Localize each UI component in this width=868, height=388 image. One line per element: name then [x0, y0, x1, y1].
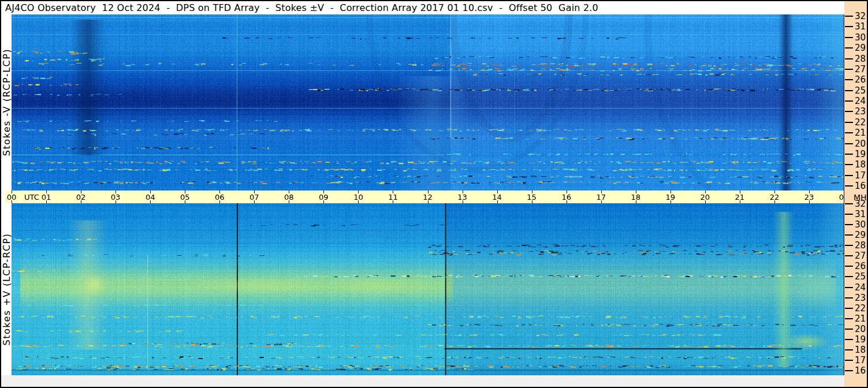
time-axis: UTC 000102030405060708091011121314151617… [5, 191, 844, 203]
freq-tick-label: 25 [855, 271, 866, 282]
freq-tick [845, 164, 853, 165]
hour-tick-label: 11 [388, 193, 398, 202]
freq-tick [845, 175, 853, 176]
freq-tick [845, 370, 853, 371]
spectrograph-window: AJ4CO Observatory 12 Oct 2024 - DPS on T… [0, 0, 868, 388]
freq-tick [845, 203, 853, 204]
freq-tick [845, 360, 853, 361]
hour-tick-label: 17 [596, 193, 606, 202]
hour-tick-label: 07 [249, 193, 259, 202]
hour-tick-label: 23 [804, 193, 814, 202]
freq-tick [845, 234, 853, 236]
freq-tick-label: 27 [855, 64, 866, 74]
freq-tick-label: 18 [855, 159, 866, 170]
hour-tick-label: 04 [146, 193, 155, 202]
hour-tick-label: 10 [353, 193, 363, 202]
freq-tick-label: 28 [855, 54, 866, 64]
hour-tick-label: 16 [561, 193, 571, 202]
freq-tick-label: 30 [855, 219, 866, 230]
hour-tick-label: 18 [631, 193, 640, 202]
freq-tick-label: 24 [855, 96, 866, 106]
freq-tick [845, 58, 853, 59]
freq-tick [845, 308, 853, 309]
freq-tick-label: 26 [855, 74, 866, 85]
freq-tick [845, 329, 853, 330]
hour-tick-label: 13 [457, 193, 467, 202]
hour-tick-label: 05 [180, 193, 190, 202]
hour-tick-label: 21 [735, 193, 745, 202]
freq-tick [845, 143, 853, 144]
freq-tick-label: 31 [855, 209, 866, 219]
freq-tick-label: 16 [855, 181, 866, 191]
hour-tick-label: 20 [701, 193, 710, 202]
freq-tick [845, 276, 853, 277]
freq-tick [845, 297, 853, 299]
freq-tick-label: 20 [855, 139, 866, 149]
freq-tick [845, 90, 853, 91]
freq-tick [845, 79, 853, 80]
hour-tick-label: 15 [527, 193, 537, 202]
freq-tick-label: 31 [855, 21, 866, 32]
freq-tick-label: 19 [855, 149, 866, 159]
bottom-margin [1, 375, 844, 387]
freq-tick [845, 26, 853, 27]
stokes-minus-v-spectrogram [12, 14, 844, 191]
freq-tick [845, 287, 853, 288]
bottom-panel-label: Stokes +V (LCP-RCP) [1, 233, 12, 346]
freq-tick-label: 19 [855, 334, 866, 345]
stokes-plus-v-spectrogram [12, 203, 844, 375]
freq-tick-label: 18 [855, 345, 866, 355]
freq-tick-label: 22 [855, 303, 866, 314]
freq-tick [845, 37, 853, 38]
freq-tick [845, 69, 853, 70]
hour-tick-label: 14 [492, 193, 502, 202]
hour-tick-label: 00 [7, 193, 17, 202]
freq-tick-label: 17 [855, 170, 866, 181]
freq-tick [845, 214, 853, 215]
hour-tick-label: 02 [76, 193, 86, 202]
freq-tick-label: 27 [855, 251, 866, 261]
hour-tick-label: 22 [770, 193, 780, 202]
top-panel-label: Stokes -V (RCP-LCP) [1, 48, 12, 156]
freq-tick-label: 21 [855, 314, 866, 324]
freq-tick-label: 30 [855, 32, 866, 43]
freq-tick [845, 122, 853, 123]
freq-tick-label: 22 [855, 117, 866, 128]
hour-tick-label: 09 [319, 193, 329, 202]
frequency-axis: MHz 323130292827262524232221201918171632… [844, 1, 867, 387]
freq-tick [845, 47, 853, 48]
freq-tick [845, 185, 853, 186]
freq-tick [845, 100, 853, 102]
freq-tick-label: 32 [855, 199, 866, 209]
freq-tick-label: 20 [855, 324, 866, 334]
freq-tick [845, 339, 853, 340]
hour-tick-label: 08 [284, 193, 294, 202]
freq-tick [845, 266, 853, 267]
freq-tick-label: 23 [855, 293, 866, 303]
freq-tick-label: 24 [855, 282, 866, 293]
hour-tick-label: 12 [423, 193, 433, 202]
freq-tick [845, 318, 853, 319]
freq-tick [845, 16, 853, 17]
freq-tick-label: 17 [855, 355, 866, 365]
hour-tick-label: 19 [666, 193, 676, 202]
freq-tick [845, 132, 853, 133]
freq-tick-label: 25 [855, 85, 866, 96]
freq-tick-label: 32 [855, 11, 866, 21]
freq-tick [845, 224, 853, 225]
hour-tick-label: 01 [42, 193, 51, 202]
freq-tick [845, 245, 853, 246]
window-title: AJ4CO Observatory 12 Oct 2024 - DPS on T… [5, 2, 598, 13]
freq-tick-label: 16 [855, 365, 866, 376]
freq-tick-label: 26 [855, 261, 866, 271]
freq-tick-label: 28 [855, 240, 866, 251]
time-axis-unit: UTC [24, 193, 39, 202]
freq-tick [845, 349, 853, 350]
hour-tick-label: 06 [215, 193, 225, 202]
freq-tick-label: 29 [855, 43, 866, 53]
freq-tick-label: 23 [855, 106, 866, 117]
freq-tick [845, 255, 853, 256]
freq-tick-label: 21 [855, 128, 866, 138]
hour-tick-label: 03 [111, 193, 121, 202]
freq-tick [845, 111, 853, 112]
